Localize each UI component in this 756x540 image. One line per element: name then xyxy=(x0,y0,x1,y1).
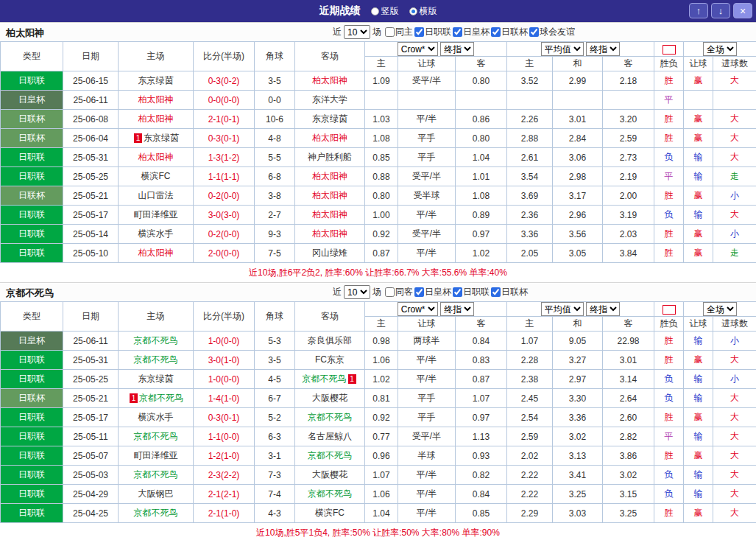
checkbox-input[interactable] xyxy=(453,27,462,37)
team-link[interactable]: 横滨FC xyxy=(141,171,171,181)
team-link[interactable]: 柏太阳神 xyxy=(312,190,347,200)
result-cell: 负 xyxy=(654,466,684,485)
filter-checkbox-同主[interactable]: 同主 xyxy=(385,26,413,38)
close-button[interactable]: × xyxy=(733,3,752,18)
date-cell: 25-04-29 xyxy=(63,485,119,504)
league-cell: 日职联 xyxy=(1,427,63,446)
team-link[interactable]: 町田泽维亚 xyxy=(134,209,178,220)
team-link[interactable]: 京都不死鸟 xyxy=(134,431,178,441)
checkbox-input[interactable] xyxy=(385,27,395,37)
team-link[interactable]: 京都不死鸟 xyxy=(134,469,178,480)
team-link[interactable]: 京都不死鸟 xyxy=(308,488,352,499)
euro-draw-odds-cell: 3.41 xyxy=(553,466,603,485)
asia-handicap-odds-cell: 受平/半 xyxy=(398,167,456,186)
team-link[interactable]: 东京绿茵 xyxy=(144,133,179,143)
checkbox-input[interactable] xyxy=(491,287,501,297)
radio-horizontal-label: 横版 xyxy=(420,5,437,18)
team-link[interactable]: 柏太阳神 xyxy=(312,75,347,85)
team-link[interactable]: 奈良俱乐部 xyxy=(308,335,352,346)
match-count-select[interactable]: 10 xyxy=(344,25,370,39)
team-cell: 横滨FC xyxy=(295,504,365,523)
euro-source-select[interactable]: 平均值 xyxy=(541,42,584,56)
euro-stage-select[interactable]: 终指 xyxy=(586,42,620,56)
team-link[interactable]: 东洋大学 xyxy=(312,94,347,105)
filter-checkbox-日皇杯[interactable]: 日皇杯 xyxy=(453,26,490,38)
asia-home-odds-cell: 0.81 xyxy=(365,389,398,408)
team-link[interactable]: 冈山绿雉 xyxy=(312,248,347,258)
team-link[interactable]: 柏太阳神 xyxy=(312,209,347,220)
period-select[interactable]: 全场 xyxy=(703,42,737,56)
team-link[interactable]: 京都不死鸟 xyxy=(134,508,178,518)
radio-vertical-layout[interactable]: 竖版 xyxy=(371,5,399,18)
checkbox-input[interactable] xyxy=(414,27,424,37)
league-cell: 日职联 xyxy=(1,408,63,427)
col-result: 胜负 xyxy=(654,57,684,71)
filter-checkbox-日职联[interactable]: 日职联 xyxy=(453,286,490,298)
team-link[interactable]: 柏太阳神 xyxy=(138,113,174,124)
team-link[interactable]: 山口雷法 xyxy=(138,190,174,200)
team-link[interactable]: 町田泽维亚 xyxy=(134,450,178,460)
asia-stage-select[interactable]: 终指 xyxy=(440,42,474,56)
euro-stage-select[interactable]: 终指 xyxy=(586,302,620,316)
col-euro-home: 主 xyxy=(507,57,553,71)
team-link[interactable]: 柏太阳神 xyxy=(312,171,347,181)
period-select[interactable]: 全场 xyxy=(703,302,737,316)
team-link[interactable]: 大阪钢巴 xyxy=(138,488,174,499)
euro-source-select[interactable]: 平均值 xyxy=(541,302,584,316)
euro-away-odds-cell: 2.82 xyxy=(603,427,654,446)
team-link[interactable]: 东京绿茵 xyxy=(138,75,174,85)
team-link[interactable]: 大阪樱花 xyxy=(312,469,347,480)
filter-checkbox-同客[interactable]: 同客 xyxy=(385,286,413,298)
team-link[interactable]: 京都不死鸟 xyxy=(303,374,347,384)
asia-away-odds-cell: 0.83 xyxy=(456,351,507,370)
team-link[interactable]: 东京绿茵 xyxy=(312,113,347,124)
team-link[interactable]: 京都不死鸟 xyxy=(308,412,352,422)
date-cell: 25-05-31 xyxy=(63,148,119,167)
team-link[interactable]: 柏太阳神 xyxy=(138,94,174,105)
filter-checkbox-日联杯[interactable]: 日联杯 xyxy=(491,286,528,298)
corner-cell: 5-5 xyxy=(255,148,295,167)
team-link[interactable]: 柏太阳神 xyxy=(138,152,174,162)
asia-away-odds-cell: 1.04 xyxy=(456,148,507,167)
radio-horizontal-layout[interactable]: 横版 xyxy=(409,5,437,18)
filter-checkbox-日职联[interactable]: 日职联 xyxy=(414,26,451,38)
checkbox-input[interactable] xyxy=(491,27,501,37)
team-link[interactable]: 柏太阳神 xyxy=(138,248,174,258)
team-link[interactable]: 京都不死鸟 xyxy=(134,335,178,346)
team-link[interactable]: 横滨FC xyxy=(315,508,345,518)
euro-draw-odds-cell: 3.02 xyxy=(553,427,603,446)
team-link[interactable]: 东京绿茵 xyxy=(138,374,174,384)
checkbox-input[interactable] xyxy=(453,287,462,297)
team-link[interactable]: 柏太阳神 xyxy=(312,228,347,239)
result-cell: 胜 xyxy=(654,244,684,263)
team-link[interactable]: FC东京 xyxy=(315,354,345,365)
filter-checkbox-日联杯[interactable]: 日联杯 xyxy=(491,26,528,38)
team-link[interactable]: 神户胜利船 xyxy=(308,152,352,162)
team-link[interactable]: 京都不死鸟 xyxy=(308,450,352,460)
team-link[interactable]: 名古屋鲸八 xyxy=(308,431,352,441)
asia-source-select[interactable]: Crow* xyxy=(398,42,438,56)
move-down-button[interactable]: ↓ xyxy=(711,3,730,18)
checkbox-input[interactable] xyxy=(385,287,395,297)
move-up-button[interactable]: ↑ xyxy=(689,3,708,18)
team-link[interactable]: 横滨水手 xyxy=(138,228,174,239)
filter-checkbox-球会友谊[interactable]: 球会友谊 xyxy=(529,26,575,38)
euro-home-odds-cell: 2.26 xyxy=(507,110,553,129)
asia-stage-select[interactable]: 终指 xyxy=(440,302,474,316)
filter-checkbox-日皇杯[interactable]: 日皇杯 xyxy=(414,286,451,298)
euro-home-odds-cell: 2.36 xyxy=(507,206,553,225)
team-link[interactable]: 大阪樱花 xyxy=(312,393,347,403)
asia-source-select[interactable]: Crow* xyxy=(398,302,438,316)
asia-home-odds-cell: 0.88 xyxy=(365,167,398,186)
euro-home-odds-cell: 2.45 xyxy=(507,389,553,408)
team-link[interactable]: 京都不死鸟 xyxy=(134,354,178,365)
team-link[interactable]: 柏太阳神 xyxy=(312,133,347,143)
checkbox-input[interactable] xyxy=(414,287,424,297)
checkbox-input[interactable] xyxy=(529,27,539,37)
team-link[interactable]: 京都不死鸟 xyxy=(139,393,183,403)
handicap-result-cell: 赢 xyxy=(684,504,713,523)
match-count-select[interactable]: 10 xyxy=(344,285,370,299)
result-cell: 平 xyxy=(654,167,684,186)
team-link[interactable]: 横滨水手 xyxy=(138,412,174,422)
asia-handicap-odds-cell: 平/半 xyxy=(398,485,456,504)
